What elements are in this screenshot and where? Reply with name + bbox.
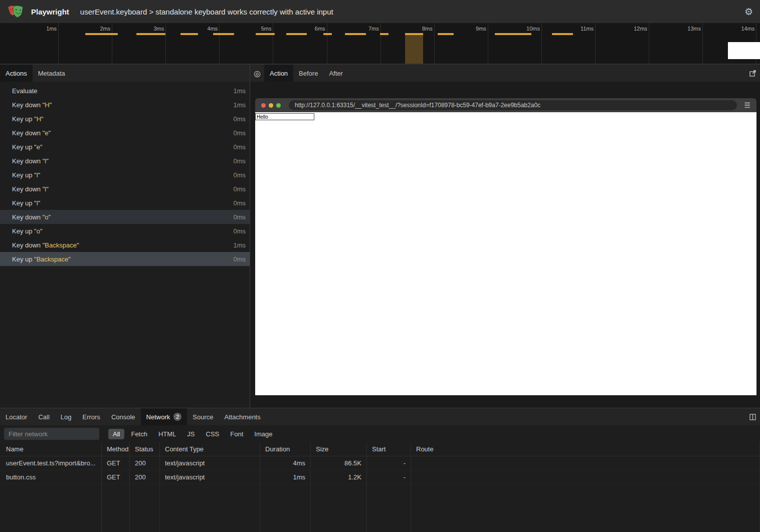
settings-gear-icon[interactable]: ⚙ [744, 7, 753, 17]
action-list-item[interactable]: Key up "o"0ms [0, 224, 250, 238]
playwright-logo-icon [7, 4, 25, 20]
open-snapshot-external-icon[interactable] [745, 65, 760, 82]
network-filler-cell [260, 484, 311, 532]
filter-chip-all[interactable]: All [108, 429, 124, 439]
network-cell: userEvent.test.ts?import&bro... [0, 456, 102, 470]
tab-attachments[interactable]: Attachments [219, 408, 266, 425]
action-list-item[interactable]: Key down "e"0ms [0, 126, 250, 140]
tab-before[interactable]: Before [293, 65, 323, 82]
action-list-item[interactable]: Key up "H"0ms [0, 112, 250, 126]
network-count-badge: 2 [173, 413, 181, 421]
network-filler-cell [367, 484, 411, 532]
action-duration: 1ms [233, 241, 246, 249]
timeline-tick: 5ms [220, 23, 273, 64]
action-duration: 1ms [233, 87, 246, 95]
toggle-columns-layout-icon[interactable] [745, 408, 760, 425]
action-list-item[interactable]: Key up "l"0ms [0, 196, 250, 210]
action-list-item[interactable]: Key down "l"0ms [0, 182, 250, 196]
minimize-dot-icon [269, 103, 273, 108]
action-title: Key down "l" [12, 185, 49, 193]
timeline-tick: 9ms [435, 23, 488, 64]
timeline-action-bar[interactable] [345, 33, 366, 35]
network-column-header: Size [311, 442, 367, 456]
network-table-body: userEvent.test.ts?import&bro...GET200tex… [0, 456, 760, 484]
network-filler-cell [130, 484, 160, 532]
tab-label: Before [299, 70, 318, 77]
filter-chip-js[interactable]: JS [182, 429, 199, 439]
tab-log[interactable]: Log [55, 408, 77, 425]
filter-chip-fetch[interactable]: Fetch [126, 429, 152, 439]
action-list-item[interactable]: Key down "Backspace"1ms [0, 238, 250, 252]
pick-locator-target-icon[interactable]: ◎ [250, 65, 264, 82]
tab-console[interactable]: Console [106, 408, 141, 425]
timeline-action-bar[interactable] [323, 33, 332, 35]
network-cell: 200 [130, 456, 160, 470]
timeline-action-bar[interactable] [495, 33, 531, 35]
snapshot-text-input[interactable] [255, 113, 314, 120]
network-table-row[interactable]: userEvent.test.ts?import&bro...GET200tex… [0, 456, 760, 470]
tab-label: Call [38, 413, 49, 421]
timeline-action-bar[interactable] [136, 33, 165, 35]
tab-label: Log [61, 413, 72, 421]
action-list-item[interactable]: Key down "o"0ms [0, 210, 250, 224]
action-duration: 0ms [233, 115, 246, 123]
tab-source[interactable]: Source [187, 408, 219, 425]
tab-label: Attachments [224, 413, 260, 421]
tab-label: Network [146, 413, 170, 421]
network-filter-input[interactable] [4, 428, 99, 440]
network-type-filters: AllFetchHTMLJSCSSFontImage [108, 429, 277, 439]
filter-chip-html[interactable]: HTML [154, 429, 180, 439]
action-duration: 0ms [233, 255, 246, 263]
timeline-action-bar[interactable] [286, 33, 307, 35]
timeline-screenshot-thumbnail[interactable] [728, 42, 760, 59]
timeline-action-bar[interactable] [213, 33, 234, 35]
tab-network[interactable]: Network2 [141, 408, 187, 425]
action-list-item[interactable]: Key up "Backspace"0ms [0, 252, 250, 266]
timeline-action-bar[interactable] [85, 33, 118, 35]
timeline[interactable]: 1ms2ms3ms4ms5ms6ms7ms8ms9ms10ms11ms12ms1… [0, 23, 760, 65]
timeline-action-bar[interactable] [256, 33, 275, 35]
tab-errors[interactable]: Errors [77, 408, 105, 425]
tab-locator[interactable]: Locator [0, 408, 33, 425]
filter-chip-font[interactable]: Font [226, 429, 248, 439]
tab-action[interactable]: Action [264, 65, 293, 82]
tab-after[interactable]: After [323, 65, 348, 82]
tab-call[interactable]: Call [33, 408, 55, 425]
action-list-item[interactable]: Key up "l"0ms [0, 168, 250, 182]
timeline-action-bar[interactable] [180, 33, 198, 35]
network-filler-cell [411, 484, 760, 532]
action-duration: 0ms [233, 157, 246, 165]
timeline-ruler: 1ms2ms3ms4ms5ms6ms7ms8ms9ms10ms11ms12ms1… [5, 23, 756, 64]
action-list-item[interactable]: Evaluate1ms [0, 84, 250, 98]
tab-label: Metadata [38, 70, 65, 77]
snapshot-url-bar: http://127.0.0.1:63315/__vitest_test__/?… [289, 100, 737, 110]
action-key-value: l [37, 199, 38, 207]
action-duration: 0ms [233, 213, 246, 221]
details-tabs-slot: LocatorCallLogErrorsConsoleNetwork2Sourc… [0, 408, 266, 425]
network-cell: text/javascript [160, 470, 260, 484]
timeline-selected-range[interactable] [405, 33, 423, 64]
filter-chip-image[interactable]: Image [250, 429, 277, 439]
timeline-action-bar[interactable] [380, 33, 389, 35]
action-title: Key up "H" [12, 115, 44, 123]
action-list-item[interactable]: Key up "e"0ms [0, 140, 250, 154]
action-list-item[interactable]: Key down "l"0ms [0, 154, 250, 168]
action-title: Key down "o" [12, 213, 51, 221]
tab-label: Action [270, 70, 288, 77]
filter-chip-css[interactable]: CSS [202, 429, 224, 439]
timeline-action-bar[interactable] [438, 33, 454, 35]
tab-metadata[interactable]: Metadata [33, 65, 71, 82]
action-key-value: l [45, 157, 46, 165]
action-duration: 0ms [233, 171, 246, 179]
timeline-tick: 13ms [649, 23, 703, 64]
network-table-row[interactable]: button.cssGET200text/javascript1ms1.2K- [0, 470, 760, 484]
action-duration: 0ms [233, 129, 246, 137]
snapshot-area: http://127.0.0.1:63315/__vitest_test__/?… [250, 82, 760, 408]
action-key-value: H [37, 115, 41, 123]
action-key-value: o [37, 227, 40, 235]
tab-actions[interactable]: Actions [0, 65, 33, 82]
timeline-action-bar[interactable] [552, 33, 573, 35]
network-column-header: Name [0, 442, 102, 456]
action-key-value: l [37, 171, 38, 179]
action-list-item[interactable]: Key down "H"1ms [0, 98, 250, 112]
